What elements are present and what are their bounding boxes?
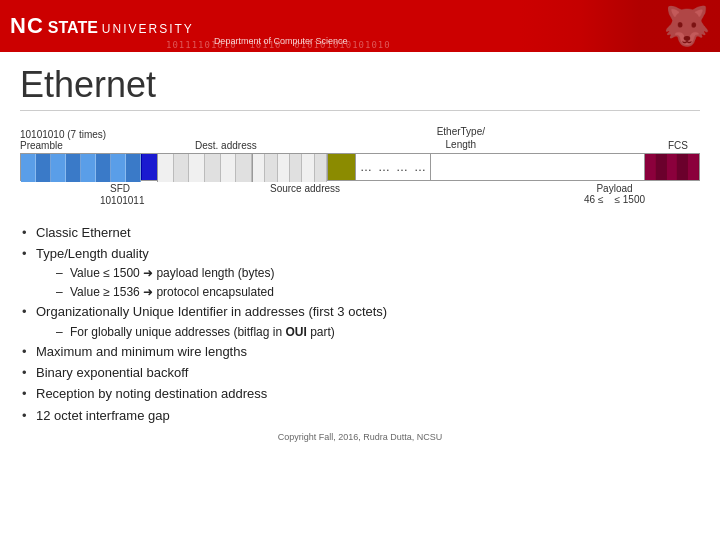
logo-university: UNIVERSITY xyxy=(102,22,194,36)
bullet-type-length: Type/Length duality Value ≤ 1500 ➜ paylo… xyxy=(20,244,700,301)
bullet-text: 12 octet interframe gap xyxy=(36,408,170,423)
src-s4 xyxy=(290,154,302,182)
logo-state: STATE xyxy=(48,19,98,37)
bullet-text: Binary exponential backoff xyxy=(36,365,188,380)
dest-s4 xyxy=(205,154,221,182)
bullet-list: Classic Ethernet Type/Length duality Val… xyxy=(20,223,700,426)
preamble-stripe-4 xyxy=(66,154,81,182)
page-title: Ethernet xyxy=(20,64,700,111)
wolf-icon: 🐺 xyxy=(663,4,710,48)
preamble-stripe-2 xyxy=(36,154,51,182)
sub-item-1536: Value ≥ 1536 ➜ protocol encapsulated xyxy=(56,283,700,302)
dot1: … xyxy=(360,160,372,174)
preamble-stripe-3 xyxy=(51,154,66,182)
ethertype-segment xyxy=(327,154,355,180)
copyright: Copyright Fall, 2016, Rudra Dutta, NCSU xyxy=(20,432,700,442)
fcs-s5 xyxy=(688,154,699,180)
fcs-segment xyxy=(644,154,699,180)
main-content: Ethernet 10101010 (7 times) Preamble Des… xyxy=(0,52,720,540)
dot3: … xyxy=(396,160,408,174)
dot4: … xyxy=(414,160,426,174)
bullet-oui: Organizationally Unique Identifier in ad… xyxy=(20,302,700,341)
sub-list-type-length: Value ≤ 1500 ➜ payload length (bytes) Va… xyxy=(36,264,700,301)
label-payload-range: 46 ≤ ≤ 1500 xyxy=(584,194,645,205)
src-s3 xyxy=(278,154,290,182)
preamble-stripe-8 xyxy=(126,154,141,182)
label-ethertype: EtherType/Length xyxy=(437,126,485,150)
sub-text: Value ≤ 1500 ➜ payload length (bytes) xyxy=(70,266,275,280)
dest-s2 xyxy=(174,154,190,182)
bullet-wire-lengths: Maximum and minimum wire lengths xyxy=(20,342,700,362)
bullet-reception: Reception by noting destination address xyxy=(20,384,700,404)
sub-text: Value ≥ 1536 ➜ protocol encapsulated xyxy=(70,285,274,299)
label-fcs: FCS xyxy=(668,140,688,151)
preamble-stripe-1 xyxy=(21,154,36,182)
dest-s1 xyxy=(158,154,174,182)
preamble-stripe-6 xyxy=(96,154,111,182)
bullet-text: Classic Ethernet xyxy=(36,225,131,240)
preamble-segment xyxy=(21,154,141,182)
fcs-s1 xyxy=(645,154,656,180)
src-s5 xyxy=(302,154,314,182)
src-segment xyxy=(252,154,327,182)
label-sfd-value: 10101011 xyxy=(100,195,145,206)
bullet-interframe: 12 octet interframe gap xyxy=(20,406,700,426)
label-preamble: Preamble xyxy=(20,140,106,151)
src-s6 xyxy=(315,154,327,182)
bullet-backoff: Binary exponential backoff xyxy=(20,363,700,383)
bullet-text: Reception by noting destination address xyxy=(36,386,267,401)
bullet-text: Type/Length duality xyxy=(36,246,149,261)
dot2: … xyxy=(378,160,390,174)
dest-segment xyxy=(157,154,252,182)
dest-s6 xyxy=(236,154,252,182)
preamble-stripe-7 xyxy=(111,154,126,182)
frame-bottom-labels: SFD 10101011 Source address Payload 46 ≤… xyxy=(20,183,700,211)
sub-text: For globally unique addresses (bitflag i… xyxy=(70,325,335,339)
header: NC STATE UNIVERSITY Department of Comput… xyxy=(0,0,720,52)
frame-top-labels: 10101010 (7 times) Preamble Dest. addres… xyxy=(20,119,700,151)
label-source-addr: Source address xyxy=(270,183,340,194)
label-preamble-times: 10101010 (7 times) xyxy=(20,129,106,140)
fcs-s3 xyxy=(667,154,678,180)
fcs-s4 xyxy=(677,154,688,180)
sub-item-1500: Value ≤ 1500 ➜ payload length (bytes) xyxy=(56,264,700,283)
dest-s5 xyxy=(221,154,237,182)
label-payload-text: Payload xyxy=(596,183,632,194)
src-s2 xyxy=(265,154,277,182)
wolf-decoration: 🐺 xyxy=(520,0,720,52)
label-sfd-text: SFD xyxy=(110,183,130,194)
logo-nc: NC xyxy=(10,13,44,39)
dots-segment: … … … … xyxy=(355,154,430,180)
sfd-segment xyxy=(141,154,157,180)
dest-s3 xyxy=(189,154,205,182)
sub-item-oui: For globally unique addresses (bitflag i… xyxy=(56,323,700,342)
frame-bar: … … … … xyxy=(20,153,700,181)
bullet-classic-ethernet: Classic Ethernet xyxy=(20,223,700,243)
frame-diagram: 10101010 (7 times) Preamble Dest. addres… xyxy=(20,119,700,211)
bullet-text: Maximum and minimum wire lengths xyxy=(36,344,247,359)
label-dest: Dest. address xyxy=(195,140,257,151)
payload-segment xyxy=(430,154,644,180)
sub-list-oui: For globally unique addresses (bitflag i… xyxy=(36,323,700,342)
bullet-text: Organizationally Unique Identifier in ad… xyxy=(36,304,387,319)
src-s1 xyxy=(253,154,265,182)
preamble-stripe-5 xyxy=(81,154,96,182)
fcs-s2 xyxy=(656,154,667,180)
